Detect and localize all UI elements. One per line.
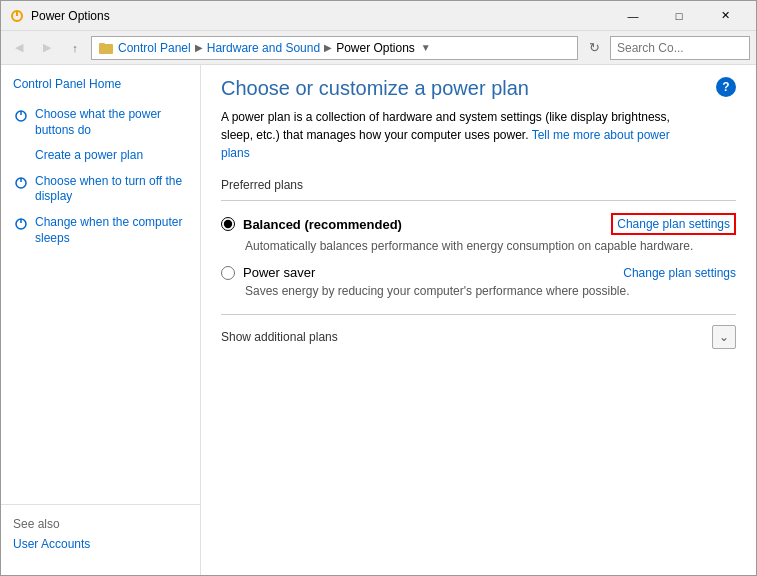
sidebar-item-computer-sleeps[interactable]: Change when the computer sleeps: [13, 215, 188, 246]
svg-rect-3: [99, 43, 105, 45]
window-title: Power Options: [31, 9, 610, 23]
forward-button[interactable]: ▶: [35, 36, 59, 60]
sidebar-nav: Choose what the power buttons do Create …: [13, 107, 188, 256]
main-description: A power plan is a collection of hardware…: [221, 108, 701, 162]
folder-icon: [98, 40, 114, 56]
sidebar: Control Panel Home Choose what the power…: [1, 65, 201, 575]
breadcrumb-dropdown-button[interactable]: ▼: [419, 42, 433, 53]
svg-rect-2: [99, 44, 113, 54]
plans-divider: [221, 200, 736, 201]
back-button[interactable]: ◀: [7, 36, 31, 60]
plan-power-saver-desc: Saves energy by reducing your computer's…: [221, 284, 736, 298]
sidebar-item-create-plan[interactable]: Create a power plan: [13, 148, 188, 164]
content-area: Control Panel Home Choose what the power…: [1, 65, 756, 575]
show-additional-chevron-button[interactable]: ⌄: [712, 325, 736, 349]
window-icon: [9, 8, 25, 24]
window-controls: — □ ✕: [610, 1, 748, 31]
sidebar-computer-sleeps-label: Change when the computer sleeps: [35, 215, 188, 246]
breadcrumb-power-options: Power Options: [336, 41, 415, 55]
sidebar-item-power-buttons[interactable]: Choose what the power buttons do: [13, 107, 188, 138]
refresh-button[interactable]: ↻: [582, 36, 606, 60]
search-box: 🔍: [610, 36, 750, 60]
search-input[interactable]: [617, 41, 757, 55]
sidebar-top: Control Panel Home Choose what the power…: [1, 77, 200, 256]
sidebar-power-buttons-label: Choose what the power buttons do: [35, 107, 188, 138]
preferred-plans-label: Preferred plans: [221, 178, 736, 192]
maximize-button[interactable]: □: [656, 1, 702, 31]
plan-power-saver-left: Power saver: [221, 265, 315, 280]
plan-balanced-desc: Automatically balances performance with …: [221, 239, 736, 253]
plan-balanced-radio[interactable]: [221, 217, 235, 231]
help-button[interactable]: ?: [716, 77, 736, 97]
sidebar-create-plan-label: Create a power plan: [35, 148, 143, 164]
plan-power-saver-name: Power saver: [243, 265, 315, 280]
address-bar: Control Panel ▶ Hardware and Sound ▶ Pow…: [91, 36, 578, 60]
up-button[interactable]: ↑: [63, 36, 87, 60]
main-content: Choose or customize a power plan A power…: [201, 65, 756, 575]
sidebar-control-panel-home[interactable]: Control Panel Home: [13, 77, 188, 91]
show-additional-label: Show additional plans: [221, 330, 338, 344]
sidebar-user-accounts-link[interactable]: User Accounts: [13, 537, 90, 551]
main-header-left: Choose or customize a power plan A power…: [221, 77, 716, 178]
toolbar: ◀ ▶ ↑ Control Panel ▶ Hardware and Sound…: [1, 31, 756, 65]
plan-option-power-saver: Power saver Change plan settings Saves e…: [221, 265, 736, 298]
minimize-button[interactable]: —: [610, 1, 656, 31]
sidebar-item-turn-off-display[interactable]: Choose when to turn off the display: [13, 174, 188, 205]
plan-balanced-left: Balanced (recommended): [221, 217, 402, 232]
change-plan-balanced-link[interactable]: Change plan settings: [611, 213, 736, 235]
power-button-icon: [13, 108, 29, 124]
show-additional-plans: Show additional plans ⌄: [221, 314, 736, 349]
sleep-icon: [13, 216, 29, 232]
breadcrumb-control-panel[interactable]: Control Panel: [118, 41, 191, 55]
sidebar-bottom: See also User Accounts: [1, 504, 200, 563]
plan-option-balanced: Balanced (recommended) Change plan setti…: [221, 213, 736, 253]
main-title: Choose or customize a power plan: [221, 77, 716, 100]
titlebar: Power Options — □ ✕: [1, 1, 756, 31]
close-button[interactable]: ✕: [702, 1, 748, 31]
window: Power Options — □ ✕ ◀ ▶ ↑ Control Panel …: [0, 0, 757, 576]
main-header-row: Choose or customize a power plan A power…: [221, 77, 736, 178]
plan-balanced-header: Balanced (recommended) Change plan setti…: [221, 213, 736, 235]
sidebar-turn-off-display-label: Choose when to turn off the display: [35, 174, 188, 205]
see-also-label: See also: [13, 517, 188, 531]
breadcrumb-hardware-sound[interactable]: Hardware and Sound: [207, 41, 320, 55]
plan-power-saver-radio[interactable]: [221, 266, 235, 280]
plan-balanced-name: Balanced (recommended): [243, 217, 402, 232]
change-plan-power-saver-link[interactable]: Change plan settings: [623, 266, 736, 280]
display-icon: [13, 175, 29, 191]
plan-power-saver-header: Power saver Change plan settings: [221, 265, 736, 280]
